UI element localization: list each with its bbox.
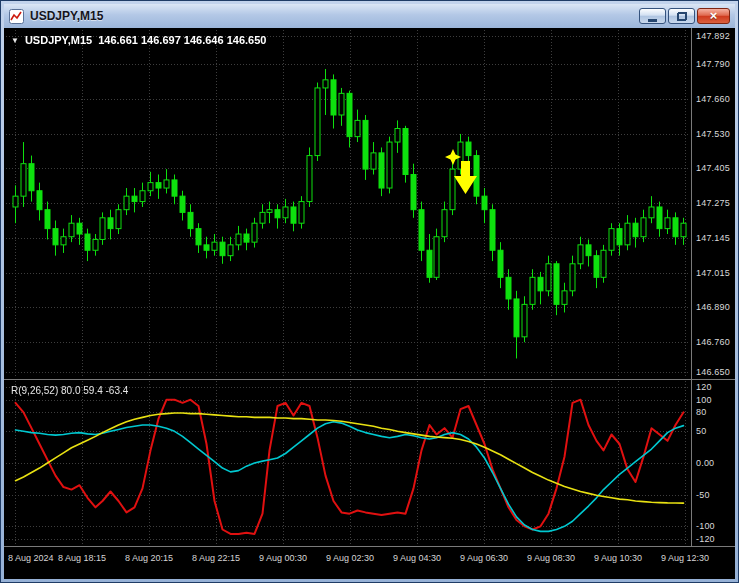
price-scale[interactable]: 147.892147.790147.660147.530147.405147.2… bbox=[693, 30, 735, 378]
time-axis-label: 9 Aug 02:30 bbox=[326, 553, 374, 563]
indicator-scale-label: 80 bbox=[696, 407, 706, 417]
down-arrow-icon bbox=[454, 161, 477, 194]
time-axis-label: 8 Aug 22:15 bbox=[192, 553, 240, 563]
price-scale-label: 147.015 bbox=[696, 268, 730, 278]
time-axis-label: 9 Aug 10:30 bbox=[594, 553, 642, 563]
price-scale-label: 147.530 bbox=[696, 129, 730, 139]
chart-content: ▼ USDJPY,M15 146.661 146.697 146.646 146… bbox=[4, 28, 735, 579]
price-scale-label: 147.145 bbox=[696, 233, 730, 243]
window-controls: × bbox=[639, 8, 730, 24]
price-scale-label: 147.405 bbox=[696, 163, 730, 173]
close-icon: × bbox=[710, 9, 718, 23]
indicator-chart-canvas[interactable] bbox=[6, 381, 690, 545]
price-scale-label: 147.275 bbox=[696, 198, 730, 208]
indicator-scale-label: 0.00 bbox=[696, 458, 714, 468]
minimize-button[interactable] bbox=[639, 8, 666, 24]
chevron-down-icon[interactable]: ▼ bbox=[11, 36, 19, 45]
restore-button[interactable] bbox=[668, 8, 695, 24]
chart-header: ▼ USDJPY,M15 146.661 146.697 146.646 146… bbox=[11, 34, 266, 46]
time-axis[interactable]: 8 Aug 20248 Aug 18:158 Aug 20:158 Aug 22… bbox=[4, 547, 735, 579]
time-axis-label: 9 Aug 00:30 bbox=[259, 553, 307, 563]
price-scale-divider bbox=[691, 28, 692, 546]
restore-icon bbox=[677, 12, 687, 21]
indicator-scale-label: -100 bbox=[696, 521, 715, 531]
price-scale-label: 147.660 bbox=[696, 94, 730, 104]
indicator-scale-label: 100 bbox=[696, 395, 712, 405]
chart-symbol-label: USDJPY,M15 bbox=[25, 34, 92, 46]
main-chart-canvas[interactable] bbox=[6, 30, 690, 378]
chart-ohlc-values: 146.661 146.697 146.646 146.650 bbox=[98, 34, 266, 46]
indicator-scale-label: -50 bbox=[696, 490, 710, 500]
indicator-scale[interactable]: 12010080500.00-50-100-120 bbox=[693, 381, 735, 545]
price-scale-label: 146.760 bbox=[696, 337, 730, 347]
indicator-scale-label: 50 bbox=[696, 426, 706, 436]
indicator-scale-label: -120 bbox=[696, 534, 715, 544]
chart-window-icon bbox=[9, 9, 24, 24]
price-scale-label: 147.892 bbox=[696, 31, 730, 41]
sell-signal-arrow[interactable] bbox=[444, 148, 484, 200]
time-axis-label: 9 Aug 04:30 bbox=[393, 553, 441, 563]
application-window: USDJPY,M15 × ▼ USDJPY,M15 146.661 146.69… bbox=[0, 0, 739, 583]
close-button[interactable]: × bbox=[697, 8, 730, 24]
indicator-scale-label: 120 bbox=[696, 382, 712, 392]
window-titlebar[interactable]: USDJPY,M15 × bbox=[4, 4, 735, 28]
time-axis-label: 8 Aug 20:15 bbox=[125, 553, 173, 563]
time-axis-label: 8 Aug 2024 bbox=[8, 553, 54, 563]
time-axis-label: 9 Aug 06:30 bbox=[460, 553, 508, 563]
price-scale-label: 146.890 bbox=[696, 302, 730, 312]
time-axis-label: 8 Aug 18:15 bbox=[58, 553, 106, 563]
star-icon bbox=[445, 149, 461, 165]
indicator-header: R(9,26,52) 80.0 59.4 -63.4 bbox=[11, 385, 128, 396]
time-axis-label: 9 Aug 12:30 bbox=[661, 553, 709, 563]
minimize-icon bbox=[648, 19, 657, 22]
indicator-panel-divider[interactable] bbox=[4, 379, 735, 380]
price-scale-label: 147.790 bbox=[696, 59, 730, 69]
window-title: USDJPY,M15 bbox=[30, 9, 103, 23]
time-axis-label: 9 Aug 08:30 bbox=[527, 553, 575, 563]
price-scale-label: 146.650 bbox=[696, 367, 730, 377]
